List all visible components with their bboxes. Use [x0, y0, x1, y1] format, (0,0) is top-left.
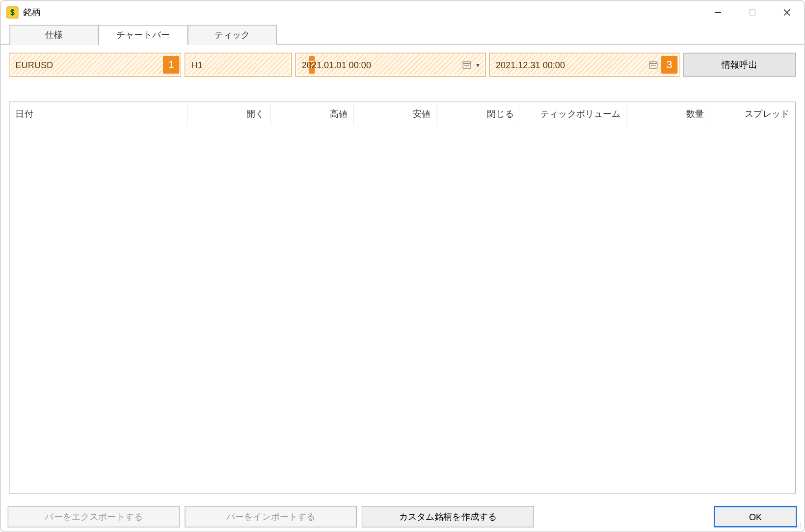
- window-title: 銘柄: [23, 7, 41, 18]
- maximize-icon: [749, 9, 756, 16]
- col-close[interactable]: 閉じる: [437, 102, 520, 126]
- calendar-icon[interactable]: [461, 59, 472, 70]
- from-date-input[interactable]: [297, 56, 461, 74]
- svg-point-16: [800, 525, 801, 526]
- svg-point-18: [798, 527, 799, 528]
- resize-grip-icon[interactable]: [795, 522, 802, 530]
- create-custom-symbol-button[interactable]: カスタム銘柄を作成する: [362, 506, 534, 528]
- tab-ticks[interactable]: ティック: [188, 25, 277, 45]
- close-icon: [783, 8, 791, 17]
- from-date-field[interactable]: ▼: [295, 53, 485, 77]
- request-button[interactable]: 情報呼出: [683, 53, 796, 77]
- app-icon: $: [6, 6, 18, 18]
- chevron-down-icon[interactable]: ▼: [474, 61, 482, 68]
- svg-point-7: [466, 65, 467, 66]
- col-date[interactable]: 日付: [9, 102, 188, 126]
- svg-point-13: [654, 65, 655, 66]
- import-bars-button[interactable]: バーをインポートする: [185, 506, 357, 528]
- col-low[interactable]: 安値: [354, 102, 437, 126]
- svg-point-19: [800, 527, 801, 528]
- tab-specification[interactable]: 仕様: [9, 25, 99, 45]
- timeframe-field[interactable]: 2: [185, 53, 292, 77]
- svg-point-14: [800, 523, 801, 524]
- svg-point-6: [464, 65, 465, 66]
- timeframe-input[interactable]: [187, 56, 309, 74]
- tab-chart-bars[interactable]: チャートバー: [99, 25, 188, 45]
- svg-point-17: [795, 527, 796, 528]
- data-grid[interactable]: 日付 開く 高値 安値 閉じる ティックボリューム 数量 スプレッド: [9, 102, 796, 494]
- filter-toolbar: 1 2 ▼ 3 情報呼出: [9, 53, 796, 77]
- annotation-badge-1: 1: [163, 56, 180, 74]
- svg-point-15: [798, 525, 799, 526]
- minimize-icon: [715, 9, 722, 16]
- bottom-button-bar: バーをエクスポートする バーをインポートする カスタム銘柄を作成する OK: [0, 502, 804, 532]
- symbol-field[interactable]: 1: [9, 53, 181, 77]
- minimize-button[interactable]: [701, 0, 735, 24]
- col-open[interactable]: 開く: [188, 102, 270, 126]
- annotation-badge-3: 3: [661, 56, 678, 74]
- maximize-button[interactable]: [735, 0, 770, 24]
- svg-rect-1: [750, 10, 755, 15]
- symbol-input[interactable]: [11, 56, 163, 74]
- col-high[interactable]: 高値: [271, 102, 354, 126]
- col-tick-volume[interactable]: ティックボリューム: [520, 102, 627, 126]
- export-bars-button[interactable]: バーをエクスポートする: [8, 506, 180, 528]
- calendar-icon[interactable]: [648, 59, 659, 70]
- title-bar: $ 銘柄: [0, 0, 804, 24]
- ok-button[interactable]: OK: [714, 506, 797, 528]
- close-button[interactable]: [770, 0, 804, 24]
- tab-bar: 仕様 チャートバー ティック: [0, 25, 804, 45]
- col-spread[interactable]: スプレッド: [710, 102, 795, 126]
- to-date-input[interactable]: [491, 56, 648, 74]
- grid-body-empty: [9, 126, 795, 493]
- content-area: 1 2 ▼ 3 情報呼出: [0, 44, 804, 502]
- col-volume[interactable]: 数量: [627, 102, 710, 126]
- to-date-field[interactable]: 3: [489, 53, 679, 77]
- svg-point-8: [468, 65, 469, 66]
- svg-point-12: [653, 65, 654, 66]
- svg-point-11: [651, 65, 652, 66]
- grid-header: 日付 開く 高値 安値 閉じる ティックボリューム 数量 スプレッド: [9, 102, 795, 126]
